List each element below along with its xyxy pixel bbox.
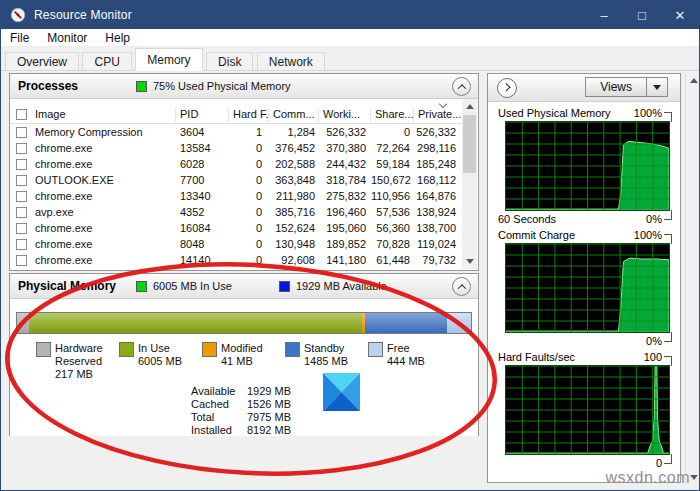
cell-pid: 13584: [176, 142, 229, 154]
physical-memory-collapse-button[interactable]: [452, 277, 471, 296]
cell-hard-faults: 0: [229, 254, 269, 266]
tab-network[interactable]: Network: [257, 52, 325, 71]
process-row[interactable]: chrome.exe133400211,980275,832110,956164…: [10, 188, 478, 204]
used-memory-status: 75% Used Physical Memory: [153, 80, 291, 92]
row-checkbox[interactable]: [16, 255, 27, 266]
stat-row: Available1929 MB: [191, 385, 291, 398]
memory-stats: Available1929 MBCached1526 MBTotal7975 M…: [191, 385, 291, 437]
graph-min-label: 0: [656, 457, 662, 469]
bracket-top: [664, 234, 672, 244]
select-all-checkbox[interactable]: [16, 109, 27, 120]
menu-help[interactable]: Help: [96, 31, 139, 45]
row-checkbox[interactable]: [16, 223, 27, 234]
scroll-down-button[interactable]: [462, 254, 477, 269]
process-row[interactable]: chrome.exe60280202,588244,43259,184185,2…: [10, 156, 478, 172]
column-hard-faults[interactable]: Hard F...: [229, 108, 269, 123]
processes-scrollbar[interactable]: [462, 99, 477, 269]
tab-cpu[interactable]: CPU: [82, 52, 131, 71]
cell-commit: 202,588: [269, 158, 319, 170]
panel-scrollbar[interactable]: [685, 73, 700, 485]
cell-commit: 376,452: [269, 142, 319, 154]
cell-private: 168,112: [414, 174, 463, 186]
column-commit[interactable]: Comm...: [269, 108, 319, 123]
sort-indicator-icon: [439, 100, 447, 108]
process-row[interactable]: chrome.exe6236091,352129,76060,06077,888: [10, 268, 478, 271]
row-checkbox[interactable]: [16, 271, 27, 272]
row-checkbox[interactable]: [16, 143, 27, 154]
cell-shareable: 60,060: [371, 270, 414, 271]
row-checkbox[interactable]: [16, 159, 27, 170]
column-working-set[interactable]: Worki...: [319, 108, 371, 123]
cell-private: 298,116: [414, 142, 463, 154]
cell-image: chrome.exe: [10, 190, 176, 202]
cell-image: chrome.exe: [10, 254, 176, 266]
process-row[interactable]: chrome.exe135840376,452370,38072,264298,…: [10, 140, 478, 156]
graph-title: Used Physical Memory: [498, 107, 610, 119]
cell-shareable: 70,828: [371, 238, 414, 250]
arrow-down-icon: [653, 85, 661, 90]
cell-image: OUTLOOK.EXE: [10, 174, 176, 186]
legend-label: Modified41 MB: [221, 342, 263, 381]
arrow-up-icon: [690, 78, 698, 83]
cell-image: avp.exe: [10, 206, 176, 218]
column-shareable[interactable]: Share...: [371, 108, 414, 123]
views-dropdown-arrow[interactable]: [646, 78, 667, 96]
hard-faults-graph: [505, 365, 670, 455]
process-row[interactable]: chrome.exe14140092,608141,18061,44879,73…: [10, 252, 478, 268]
tab-disk[interactable]: Disk: [206, 52, 253, 71]
legend-label: HardwareReserved217 MB: [55, 342, 103, 381]
bar-segment: [365, 313, 447, 333]
chevron-right-icon: [502, 83, 510, 91]
scroll-up-button[interactable]: [462, 99, 477, 114]
column-image[interactable]: Image: [10, 108, 176, 123]
legend-label: In Use6005 MB: [138, 342, 182, 381]
row-checkbox[interactable]: [16, 191, 27, 202]
stat-value: 1929 MB: [247, 385, 291, 398]
cell-hard-faults: 0: [229, 142, 269, 154]
in-use-swatch: [136, 281, 147, 292]
cell-shareable: 57,536: [371, 206, 414, 218]
tab-memory[interactable]: Memory: [135, 48, 202, 71]
process-row[interactable]: Memory Compression360411,284526,3320526,…: [10, 124, 478, 140]
legend-swatch: [36, 342, 51, 357]
process-row[interactable]: chrome.exe80480130,948189,85270,828119,0…: [10, 236, 478, 252]
stat-label: Total: [191, 411, 247, 424]
processes-collapse-button[interactable]: [452, 77, 471, 96]
graph-footer: 60 Seconds: [498, 213, 556, 225]
cell-pid: 6028: [176, 158, 229, 170]
scroll-up-button[interactable]: [686, 73, 700, 88]
processes-table-body: Memory Compression360411,284526,3320526,…: [10, 124, 478, 271]
menu-monitor[interactable]: Monitor: [38, 31, 96, 45]
cell-working-set: 275,832: [319, 190, 371, 202]
close-button[interactable]: ✕: [661, 1, 699, 29]
cell-private: 185,248: [414, 158, 463, 170]
row-checkbox[interactable]: [16, 207, 27, 218]
tab-overview[interactable]: Overview: [5, 52, 79, 71]
cell-private: 164,876: [414, 190, 463, 202]
column-pid[interactable]: PID: [176, 108, 229, 123]
row-checkbox[interactable]: [16, 175, 27, 186]
scrollbar-thumb[interactable]: [463, 115, 476, 173]
maximize-button[interactable]: □: [623, 1, 661, 29]
cell-working-set: 196,460: [319, 206, 371, 218]
expand-panel-button[interactable]: [497, 78, 517, 98]
stat-row: Cached1526 MB: [191, 398, 291, 411]
legend-item: Modified41 MB: [202, 342, 285, 381]
processes-panel: Processes 75% Used Physical Memory Image…: [9, 73, 479, 271]
chevron-up-icon: [457, 84, 465, 92]
process-row[interactable]: chrome.exe160840152,624195,06056,360138,…: [10, 220, 478, 236]
cell-pid: 6236: [176, 270, 229, 271]
process-row[interactable]: avp.exe43520385,716196,46057,536138,924: [10, 204, 478, 220]
process-row[interactable]: OUTLOOK.EXE77000363,848318,784150,672168…: [10, 172, 478, 188]
window-title: Resource Monitor: [34, 8, 132, 22]
minimize-button[interactable]: –: [585, 1, 623, 29]
menu-file[interactable]: File: [1, 31, 38, 45]
graph-max-label: 100%: [634, 107, 662, 119]
cell-private: 526,332: [414, 126, 463, 138]
views-button[interactable]: Views: [585, 77, 668, 97]
column-private[interactable]: Private...: [414, 108, 463, 123]
cell-private: 119,024: [414, 238, 463, 250]
row-checkbox[interactable]: [16, 127, 27, 138]
row-checkbox[interactable]: [16, 239, 27, 250]
stat-label: Installed: [191, 424, 247, 437]
